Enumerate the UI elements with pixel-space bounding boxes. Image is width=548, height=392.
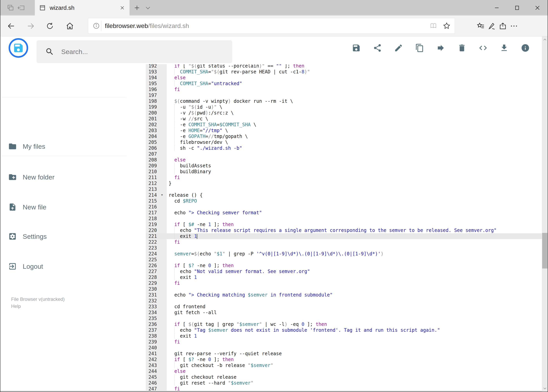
code-line[interactable]: 214▾release () { bbox=[146, 192, 542, 198]
line-number-gutter[interactable]: 203 bbox=[146, 128, 167, 133]
line-number-gutter[interactable]: 205 bbox=[146, 139, 167, 145]
browser-tab[interactable]: wizard.sh bbox=[35, 0, 130, 15]
scrollbar-up-arrow[interactable] bbox=[542, 37, 548, 43]
code-line[interactable]: 234 git fetch --all bbox=[146, 310, 542, 315]
line-number-gutter[interactable]: 192 bbox=[146, 64, 167, 69]
line-number-gutter[interactable]: 243 bbox=[146, 363, 167, 368]
edit-button[interactable] bbox=[394, 43, 403, 52]
line-number-gutter[interactable]: 224 bbox=[146, 251, 167, 257]
delete-button[interactable] bbox=[458, 43, 466, 52]
line-number-gutter[interactable]: 204 bbox=[146, 133, 167, 139]
code-line[interactable]: 246 git reset --hard "$semver" bbox=[146, 380, 542, 386]
line-number-gutter[interactable]: 206 bbox=[146, 145, 167, 151]
page-info-icon[interactable] bbox=[92, 22, 100, 29]
sidebar-item-my-files[interactable]: My files bbox=[0, 140, 137, 152]
code-line[interactable]: 210 buildBinary bbox=[146, 169, 542, 175]
new-tab-button[interactable] bbox=[132, 0, 142, 15]
line-number-gutter[interactable]: 235 bbox=[146, 315, 167, 321]
close-window-button[interactable] bbox=[527, 0, 548, 15]
line-number-gutter[interactable]: 208 bbox=[146, 157, 167, 163]
code-line[interactable]: 213 bbox=[146, 186, 542, 192]
line-number-gutter[interactable]: 239 bbox=[146, 339, 167, 345]
code-line[interactable]: 225 bbox=[146, 257, 542, 263]
line-number-gutter[interactable]: 200 bbox=[146, 110, 167, 116]
code-line[interactable]: 230 bbox=[146, 286, 542, 292]
code-line[interactable]: 218 bbox=[146, 216, 542, 222]
code-line[interactable]: 238 exit 1 bbox=[146, 333, 542, 339]
line-number-gutter[interactable]: 207 bbox=[146, 151, 167, 157]
code-line[interactable]: 219 if [ $# -ne 1 ]; then bbox=[146, 222, 542, 227]
line-number-gutter[interactable]: 222 bbox=[146, 239, 167, 245]
code-line[interactable]: 197 bbox=[146, 92, 542, 98]
code-line[interactable]: 212} bbox=[146, 181, 542, 186]
code-line[interactable]: 237 echo "Tag $semver does not exist in … bbox=[146, 327, 542, 333]
line-number-gutter[interactable]: 214▾ bbox=[146, 192, 167, 198]
minimize-button[interactable] bbox=[486, 0, 507, 15]
code-line[interactable]: 235 bbox=[146, 315, 542, 321]
line-number-gutter[interactable]: 197 bbox=[146, 92, 167, 98]
code-line[interactable]: 233 cd frontend bbox=[146, 304, 542, 310]
sidebar-item-settings[interactable]: Settings bbox=[0, 231, 137, 242]
code-line[interactable]: 205 filebrowser/dev \ bbox=[146, 139, 542, 145]
line-number-gutter[interactable]: 245 bbox=[146, 374, 167, 380]
line-number-gutter[interactable]: 220 bbox=[146, 227, 167, 233]
code-editor[interactable]: 192 if [ "$(git status --porcelain)" == … bbox=[146, 64, 542, 391]
line-number-gutter[interactable]: 233 bbox=[146, 304, 167, 310]
page-scrollbar[interactable] bbox=[542, 36, 548, 392]
copy-button[interactable] bbox=[415, 43, 424, 52]
code-line[interactable]: 203 -e HOME="//tmp" \ bbox=[146, 128, 542, 133]
code-line[interactable]: 236 if [ $(git tag | grep "$semver" | wc… bbox=[146, 321, 542, 327]
move-button[interactable] bbox=[436, 43, 445, 52]
code-line[interactable]: 224 semver=$(echo "$1" | grep -P '^v(0|[… bbox=[146, 251, 542, 257]
code-line[interactable]: 244 else bbox=[146, 368, 542, 374]
line-number-gutter[interactable]: 217 bbox=[146, 210, 167, 216]
line-number-gutter[interactable]: 240 bbox=[146, 345, 167, 351]
code-line[interactable]: 245 git checkout release bbox=[146, 374, 542, 380]
more-options-button[interactable] bbox=[506, 18, 522, 34]
scrollbar-down-arrow[interactable] bbox=[542, 385, 548, 391]
line-number-gutter[interactable]: 213 bbox=[146, 186, 167, 192]
code-line[interactable]: 240 bbox=[146, 345, 542, 351]
code-line[interactable]: 242 if [ $? -ne 0 ]; then bbox=[146, 357, 542, 363]
code-line[interactable]: 231 echo "> Checking matching $semver in… bbox=[146, 292, 542, 298]
home-button[interactable] bbox=[62, 18, 78, 34]
code-line[interactable]: 198 $(command -v winpty) docker run --rm… bbox=[146, 98, 542, 104]
line-number-gutter[interactable]: 221 bbox=[146, 233, 167, 239]
maximize-button[interactable] bbox=[507, 0, 527, 15]
code-line[interactable]: 217 echo "> Checking semver format" bbox=[146, 210, 542, 216]
code-line[interactable]: 239 fi bbox=[146, 339, 542, 345]
line-number-gutter[interactable]: 237 bbox=[146, 327, 167, 333]
line-number-gutter[interactable]: 212 bbox=[146, 181, 167, 186]
tab-list-chevron-button[interactable] bbox=[142, 0, 153, 15]
code-line[interactable]: 207 bbox=[146, 151, 542, 157]
code-line[interactable]: 208 else bbox=[146, 157, 542, 163]
code-line[interactable]: 201 -w //src \ bbox=[146, 116, 542, 122]
line-number-gutter[interactable]: 242 bbox=[146, 357, 167, 363]
code-line[interactable]: 194 else bbox=[146, 75, 542, 81]
refresh-button[interactable] bbox=[42, 18, 58, 34]
line-number-gutter[interactable]: 196 bbox=[146, 86, 167, 92]
code-line[interactable]: 227 echo "Not valid semver format. See s… bbox=[146, 268, 542, 274]
sidebar-item-logout[interactable]: Logout bbox=[0, 260, 137, 272]
share-button[interactable] bbox=[373, 43, 382, 52]
line-number-gutter[interactable]: 202 bbox=[146, 122, 167, 128]
save-button[interactable] bbox=[352, 43, 361, 52]
add-favorite-star-icon[interactable] bbox=[443, 22, 451, 30]
code-line[interactable]: 229 fi bbox=[146, 280, 542, 286]
code-line[interactable]: 204 -e GOPATH=//tmp/gopath \ bbox=[146, 133, 542, 139]
code-line[interactable]: 228 exit 1 bbox=[146, 274, 542, 280]
line-number-gutter[interactable]: 195 bbox=[146, 81, 167, 86]
line-number-gutter[interactable]: 227 bbox=[146, 268, 167, 274]
code-line[interactable]: 192 if [ "$(git status --porcelain)" == … bbox=[146, 64, 542, 69]
search-bar[interactable]: Search... bbox=[37, 40, 232, 63]
download-button[interactable] bbox=[500, 43, 509, 52]
code-line[interactable]: 215 cd $REPO bbox=[146, 198, 542, 204]
code-button[interactable] bbox=[479, 43, 487, 52]
line-number-gutter[interactable]: 211 bbox=[146, 175, 167, 181]
code-line-active[interactable]: 221 exit 1 bbox=[146, 233, 542, 239]
line-number-gutter[interactable]: 236 bbox=[146, 321, 167, 327]
line-number-gutter[interactable]: 234 bbox=[146, 310, 167, 315]
line-number-gutter[interactable]: 193 bbox=[146, 69, 167, 75]
line-number-gutter[interactable]: 229 bbox=[146, 280, 167, 286]
line-number-gutter[interactable]: 198 bbox=[146, 98, 167, 104]
